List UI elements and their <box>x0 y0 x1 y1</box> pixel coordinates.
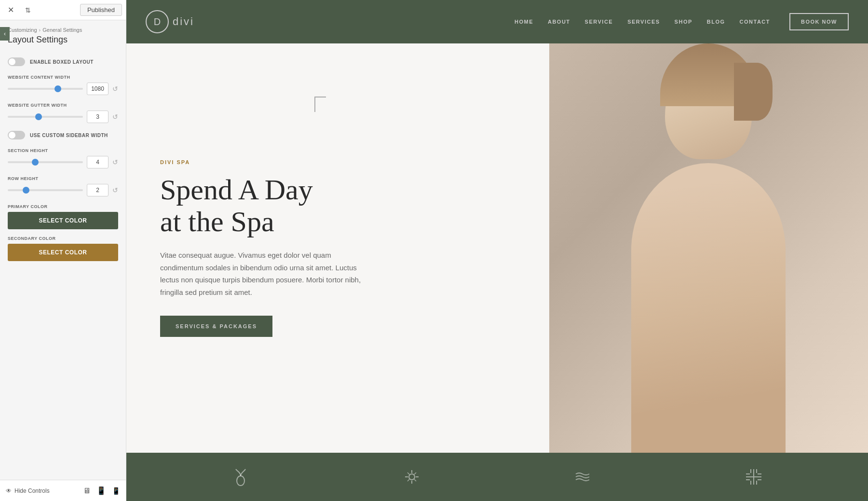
gutter-width-range-wrapper <box>8 116 83 118</box>
section-height-range-wrapper <box>8 161 83 163</box>
svg-point-0 <box>237 476 244 486</box>
nav-about[interactable]: ABOUT <box>548 19 570 25</box>
hero-headline: Spend A Day at the Spa <box>160 174 515 237</box>
row-height-slider-row: 2 ↺ <box>8 184 118 196</box>
secondary-color-section: Secondary Color Select Color <box>8 236 118 261</box>
footer-icon-2 <box>400 465 424 489</box>
logo-letter: D <box>154 16 161 28</box>
section-height-label: Section Height <box>8 148 118 153</box>
footer-icon-3 <box>570 465 595 489</box>
gutter-width-label: Website Gutter Width <box>8 103 118 108</box>
book-now-button[interactable]: BOOK NOW <box>789 13 849 30</box>
footer-icon-1 <box>229 465 253 489</box>
logo-text: divi <box>173 15 194 28</box>
hero-section: DIVI SPA Spend A Day at the Spa Vitae co… <box>126 43 868 453</box>
frame-indicator <box>314 97 326 112</box>
section-height-input[interactable]: 4 <box>87 156 108 168</box>
mobile-icon[interactable]: 📱 <box>112 487 120 495</box>
content-width-reset[interactable]: ↺ <box>112 85 118 93</box>
content-width-input[interactable]: 1080 <box>87 83 108 95</box>
panel-bottom-bar: 👁 Hide Controls 🖥 📱 📱 <box>0 480 126 501</box>
logo-circle: D <box>146 10 169 33</box>
footer-bar <box>126 453 868 501</box>
tablet-icon[interactable]: 📱 <box>96 486 106 495</box>
hero-image <box>549 43 868 453</box>
secondary-color-label: Secondary Color <box>8 236 118 241</box>
site-navigation: D divi HOME ABOUT SERVICE SERVICES SHOP … <box>126 0 868 43</box>
content-width-slider-row: 1080 ↺ <box>8 83 118 95</box>
published-button[interactable]: Published <box>80 4 122 16</box>
row-height-range-wrapper <box>8 189 83 191</box>
section-height-slider-row: 4 ↺ <box>8 156 118 168</box>
row-height-input[interactable]: 2 <box>87 184 108 196</box>
row-height-section: Row Height 2 ↺ <box>8 176 118 196</box>
content-width-slider[interactable] <box>8 88 83 90</box>
row-height-label: Row Height <box>8 176 118 181</box>
hero-cta-button[interactable]: SERVICES & PACKAGES <box>160 316 272 337</box>
desktop-icon[interactable]: 🖥 <box>83 487 91 495</box>
settings-area: Enable Boxed Layout Website Content Widt… <box>0 52 126 480</box>
nav-blog[interactable]: BLOG <box>707 19 725 25</box>
breadcrumb-arrow: › <box>39 27 41 33</box>
page-title: Layout Settings <box>0 35 126 52</box>
gutter-width-section: Website Gutter Width 3 ↺ <box>8 103 118 123</box>
nav-services[interactable]: SERVICES <box>627 19 660 25</box>
gutter-width-slider[interactable] <box>8 116 83 118</box>
nav-home[interactable]: HOME <box>515 19 533 25</box>
secondary-color-button[interactable]: Select Color <box>8 244 118 261</box>
back-button[interactable]: ‹ <box>0 27 10 41</box>
primary-color-label: Primary Color <box>8 204 118 209</box>
nav-service[interactable]: SERVICE <box>585 19 613 25</box>
hero-portrait <box>549 43 868 453</box>
breadcrumb: Customizing › General Settings <box>0 20 126 35</box>
hero-eyebrow: DIVI SPA <box>160 159 515 165</box>
nav-shop[interactable]: SHOP <box>675 19 692 25</box>
breadcrumb-general-settings[interactable]: General Settings <box>42 27 82 33</box>
gutter-width-input[interactable]: 3 <box>87 111 108 123</box>
section-height-slider[interactable] <box>8 161 83 163</box>
hide-controls-button[interactable]: 👁 Hide Controls <box>6 487 50 494</box>
enable-boxed-layout-toggle[interactable] <box>8 57 25 66</box>
breadcrumb-customizing[interactable]: Customizing <box>8 27 37 33</box>
panel-topbar: ✕ ⇅ Published <box>0 0 126 20</box>
row-height-reset[interactable]: ↺ <box>112 186 118 194</box>
content-width-range-wrapper <box>8 88 83 90</box>
hero-headline-line2: at the Spa <box>160 206 274 237</box>
hero-content: DIVI SPA Spend A Day at the Spa Vitae co… <box>126 43 549 453</box>
back-icon: ‹ <box>4 30 6 37</box>
close-button[interactable]: ✕ <box>4 3 17 17</box>
content-width-label: Website Content Width <box>8 75 118 80</box>
row-height-slider[interactable] <box>8 189 83 191</box>
customizer-panel: ✕ ⇅ Published ‹ Customizing › General Se… <box>0 0 126 501</box>
hero-body-text: Vitae consequat augue. Vivamus eget dolo… <box>160 249 363 298</box>
primary-color-section: Primary Color Select Color <box>8 204 118 229</box>
custom-sidebar-label: Use Custom Sidebar Width <box>30 133 108 138</box>
section-height-section: Section Height 4 ↺ <box>8 148 118 168</box>
eye-icon: 👁 <box>6 487 12 494</box>
custom-sidebar-row: Use Custom Sidebar Width <box>8 131 118 139</box>
site-logo: D divi <box>146 10 194 33</box>
gutter-width-reset[interactable]: ↺ <box>112 113 118 121</box>
svg-point-1 <box>409 474 415 480</box>
nav-links: HOME ABOUT SERVICE SERVICES SHOP BLOG CO… <box>515 19 770 25</box>
hide-controls-label: Hide Controls <box>14 487 50 494</box>
preview-area: D divi HOME ABOUT SERVICE SERVICES SHOP … <box>126 0 868 501</box>
custom-sidebar-toggle[interactable] <box>8 131 25 139</box>
gutter-width-slider-row: 3 ↺ <box>8 111 118 123</box>
hero-headline-line1: Spend A Day <box>160 174 313 206</box>
nav-contact[interactable]: CONTACT <box>740 19 770 25</box>
enable-boxed-layout-row: Enable Boxed Layout <box>8 57 118 66</box>
history-button[interactable]: ⇅ <box>21 3 35 17</box>
section-height-reset[interactable]: ↺ <box>112 158 118 166</box>
content-width-section: Website Content Width 1080 ↺ <box>8 75 118 95</box>
footer-icon-4 <box>742 465 766 489</box>
primary-color-button[interactable]: Select Color <box>8 212 118 229</box>
enable-boxed-layout-label: Enable Boxed Layout <box>30 59 94 65</box>
